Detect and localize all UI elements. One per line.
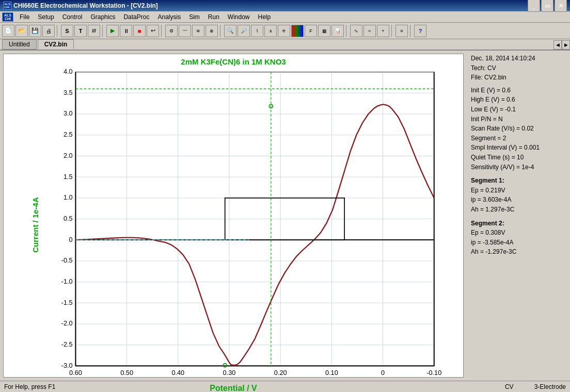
sep3 bbox=[161, 25, 163, 37]
menu-analysis[interactable]: Analysis bbox=[153, 12, 185, 22]
info-params: Init E (V) = 0.6 High E (V) = 0.6 Low E … bbox=[471, 86, 566, 172]
high-e: High E (V) = 0.6 bbox=[471, 95, 566, 105]
sep1 bbox=[57, 25, 59, 37]
zoom-in[interactable]: 🔍 bbox=[224, 25, 236, 37]
tab-scroll-right[interactable]: ▶ bbox=[562, 40, 570, 50]
seg1-ip: ip = 3.603e-4A bbox=[471, 195, 566, 205]
file-text: File: CV2.bin bbox=[471, 73, 566, 83]
svg-text:-2.0: -2.0 bbox=[61, 319, 73, 327]
svg-text:2.5: 2.5 bbox=[64, 130, 73, 138]
svg-text:0.30: 0.30 bbox=[223, 369, 236, 377]
cv-plot: 4.0 3.5 3.0 2.5 2.0 1.5 1.0 0.5 0 -0.5 -… bbox=[40, 66, 458, 384]
pause-button[interactable]: ⏸ bbox=[120, 25, 132, 37]
menu-setup[interactable]: Setup bbox=[34, 12, 58, 22]
seg2-ip: ip = -3.585e-4A bbox=[471, 238, 566, 248]
tabs: Untitled CV2.bin ◀ ▶ bbox=[0, 39, 570, 51]
sensitivity: Sensitivity (A/V) = 1e-4 bbox=[471, 162, 566, 172]
minimize-button[interactable]: _ bbox=[528, 0, 540, 12]
low-e: Low E (V) = -0.1 bbox=[471, 105, 566, 115]
svg-text:-0.5: -0.5 bbox=[61, 256, 73, 264]
toolbar: 📄 📂 💾 🖨 S T /// ▶ ⏸ ■ ↩ ⚙ 〰 ≋ ⊕ 🔍 🔎 ⌇ ∧ … bbox=[0, 23, 570, 39]
zoom-out[interactable]: 🔎 bbox=[237, 25, 250, 37]
list-btn[interactable]: ≡ bbox=[395, 25, 408, 37]
svg-text:4.0: 4.0 bbox=[64, 68, 73, 75]
electrode-status: 3-Electrode bbox=[534, 383, 566, 390]
svg-text:0.50: 0.50 bbox=[120, 369, 133, 377]
sine-btn[interactable]: ∿ bbox=[350, 25, 362, 37]
menu-sim[interactable]: Sim bbox=[185, 12, 204, 22]
svg-text:-2.5: -2.5 bbox=[61, 340, 73, 348]
seg2-ah: Ah = -1.297e-3C bbox=[471, 247, 566, 257]
seg2-label: Segment 2: bbox=[471, 219, 566, 228]
tab-cv2bin[interactable]: CV2.bin bbox=[38, 39, 74, 50]
x-axis-label: Potential / V bbox=[210, 384, 257, 392]
title-left: ALSCHI CHI660E Electrochemical Workstati… bbox=[3, 2, 158, 10]
sep2 bbox=[102, 25, 104, 37]
tab-untitled[interactable]: Untitled bbox=[2, 39, 37, 50]
comment-button[interactable]: /// bbox=[88, 25, 100, 37]
tool3[interactable]: ≋ bbox=[192, 25, 204, 37]
y-axis-label: Current / 1e-4A bbox=[31, 197, 40, 253]
app-logo: ALS CHI bbox=[2, 12, 13, 22]
datetime-text: Dec. 18, 2014 14:10:24 bbox=[471, 54, 566, 63]
text-button[interactable]: T bbox=[74, 25, 87, 37]
wave-btn[interactable]: ⌇ bbox=[251, 25, 263, 37]
titlebar: ALSCHI CHI660E Electrochemical Workstati… bbox=[0, 0, 570, 11]
script-button[interactable]: S bbox=[61, 25, 73, 37]
menu-graphics[interactable]: Graphics bbox=[86, 12, 119, 22]
seg1-label: Segment 1: bbox=[471, 176, 566, 186]
cursor2-btn[interactable]: + bbox=[377, 25, 389, 37]
svg-text:0.60: 0.60 bbox=[69, 369, 82, 377]
print-button[interactable]: 🖨 bbox=[42, 25, 55, 37]
tool1[interactable]: ⚙ bbox=[165, 25, 178, 37]
menu-window[interactable]: Window bbox=[224, 12, 254, 22]
menu-dataproc[interactable]: DataProc bbox=[119, 12, 153, 22]
info-seg2: Segment 2: Ep = 0.308V ip = -3.585e-4A A… bbox=[471, 219, 566, 257]
new-button[interactable]: 📄 bbox=[2, 25, 14, 37]
svg-text:0: 0 bbox=[69, 236, 73, 243]
seg2-ep: Ep = 0.308V bbox=[471, 228, 566, 238]
svg-text:0: 0 bbox=[381, 369, 385, 377]
save-button[interactable]: 💾 bbox=[29, 25, 41, 37]
menu-file[interactable]: File bbox=[15, 12, 34, 22]
chart-btn[interactable]: 📊 bbox=[331, 25, 344, 37]
svg-text:3.5: 3.5 bbox=[64, 89, 73, 96]
run-button[interactable]: ▶ bbox=[106, 25, 119, 37]
tool2[interactable]: 〰 bbox=[179, 25, 191, 37]
menu-run[interactable]: Run bbox=[204, 12, 224, 22]
grid-btn[interactable]: ▦ bbox=[318, 25, 330, 37]
smpl-interval: Smpl Interval (V) = 0.001 bbox=[471, 143, 566, 153]
help-btn[interactable]: ? bbox=[414, 25, 426, 37]
tech-status: CV bbox=[505, 383, 514, 390]
logo-line1: ALS bbox=[4, 13, 11, 17]
loop-button[interactable]: ↩ bbox=[147, 25, 159, 37]
title-controls: _ ▭ ✕ bbox=[528, 0, 567, 12]
color-btn[interactable] bbox=[291, 25, 304, 37]
app-icon: ALSCHI bbox=[3, 2, 11, 10]
init-e: Init E (V) = 0.6 bbox=[471, 86, 566, 95]
svg-text:-1.5: -1.5 bbox=[61, 299, 73, 306]
svg-text:0.40: 0.40 bbox=[171, 369, 184, 377]
svg-text:3.0: 3.0 bbox=[64, 109, 73, 117]
menu-help[interactable]: Help bbox=[254, 12, 275, 22]
menubar: ALS CHI File Setup Control Graphics Data… bbox=[0, 11, 570, 23]
sep6 bbox=[391, 25, 393, 37]
wave2-btn[interactable]: ≈ bbox=[363, 25, 376, 37]
main-area: 2mM K3Fe(CN)6 in 1M KNO3 Current / 1e-4A bbox=[0, 51, 570, 381]
menu-control[interactable]: Control bbox=[58, 12, 87, 22]
init-pn: Init P/N = N bbox=[471, 115, 566, 124]
tab-scroll-left[interactable]: ◀ bbox=[553, 40, 562, 50]
font-btn[interactable]: F bbox=[305, 25, 317, 37]
segment: Segment = 2 bbox=[471, 134, 566, 143]
svg-text:-3.0: -3.0 bbox=[61, 362, 73, 369]
stop-button[interactable]: ■ bbox=[133, 25, 146, 37]
tool4[interactable]: ⊕ bbox=[205, 25, 218, 37]
logo-line2: CHI bbox=[5, 17, 11, 21]
restore-button[interactable]: ▭ bbox=[541, 0, 553, 12]
peak-btn[interactable]: ∧ bbox=[264, 25, 277, 37]
cursor-btn[interactable]: ✛ bbox=[278, 25, 290, 37]
svg-text:2.0: 2.0 bbox=[64, 152, 73, 159]
tech-text: Tech: CV bbox=[471, 63, 566, 73]
close-button[interactable]: ✕ bbox=[555, 0, 567, 12]
open-button[interactable]: 📂 bbox=[15, 25, 28, 37]
